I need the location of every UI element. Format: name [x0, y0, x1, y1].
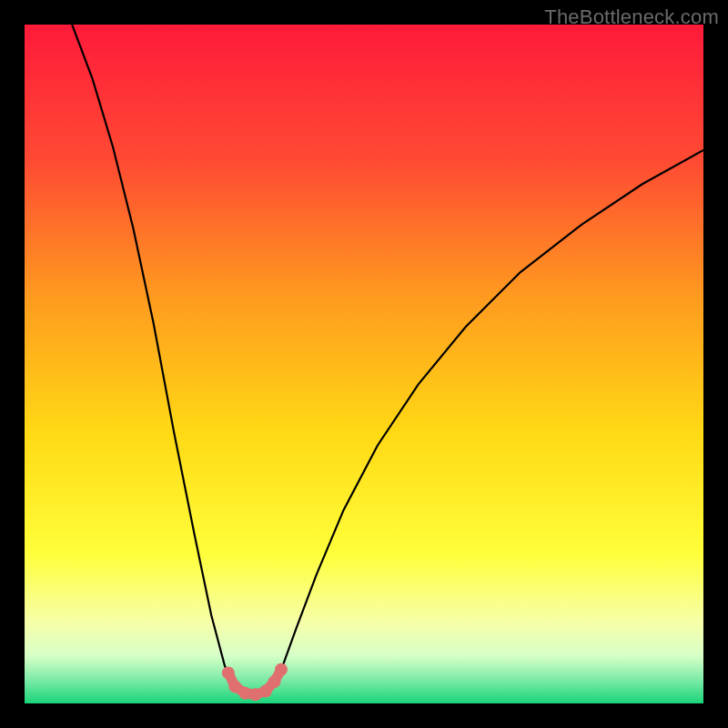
optimum-marker-dot — [259, 685, 272, 698]
chart-plot-area — [25, 25, 703, 703]
optimum-marker-dot — [268, 675, 281, 688]
bottleneck-chart — [25, 25, 703, 703]
chart-background-gradient — [25, 25, 703, 703]
optimum-marker-dot — [222, 666, 235, 679]
watermark-text: TheBottleneck.com — [544, 5, 719, 29]
optimum-marker-dot — [275, 663, 288, 676]
